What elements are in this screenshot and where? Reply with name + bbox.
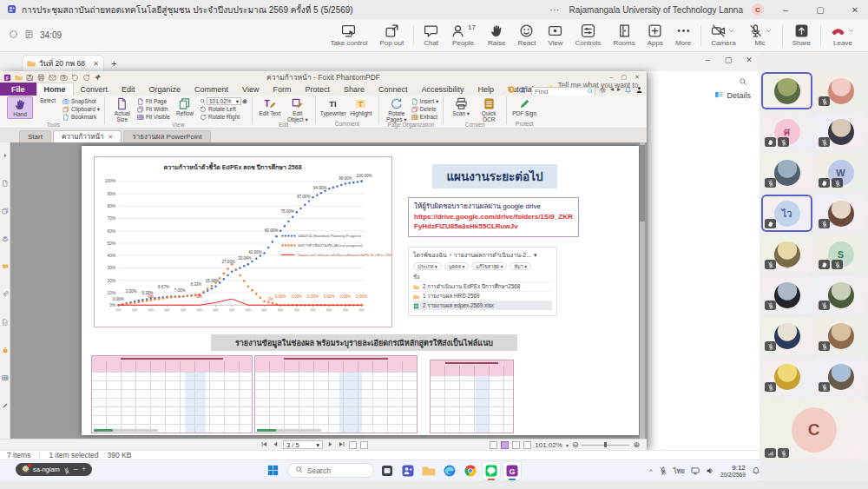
take-control-button[interactable]: Take control (324, 22, 373, 49)
previous-page-icon[interactable] (272, 440, 279, 450)
share-person-icon[interactable] (519, 82, 528, 97)
nav-clip[interactable] (2, 286, 9, 301)
document-tab[interactable]: รายงานผล PowerPoint (123, 130, 210, 142)
menu-tab-share[interactable]: Share (337, 83, 372, 96)
breadcrumb-root[interactable]: ไดรฟ์ของฉัน (413, 250, 447, 260)
controls-button[interactable]: Controls (569, 22, 608, 49)
react-button[interactable]: React (511, 22, 542, 49)
nav-grid[interactable] (2, 369, 9, 385)
participant-tile[interactable] (815, 317, 866, 354)
ribbon-fit-width[interactable]: Fit Width (137, 105, 170, 113)
raise-button[interactable]: Raise (482, 22, 511, 49)
ribbon-select[interactable]: Select (35, 96, 61, 104)
participant-tile[interactable]: S (815, 235, 866, 273)
participant-tile[interactable] (815, 72, 866, 109)
participant-tile[interactable]: W (815, 154, 866, 191)
language-indicator[interactable]: ไทย (674, 466, 685, 476)
menu-tab-form[interactable]: Form (266, 83, 298, 96)
drive-filter-chip[interactable]: บุคคล ▾ (444, 262, 470, 270)
mic-button[interactable]: Mic (742, 22, 779, 49)
drive-file-row[interactable]: 1 รายงานผล HRD 2569 (413, 291, 552, 301)
taskbar-foxit-icon[interactable]: G (503, 462, 521, 479)
menu-tab-convert[interactable]: Convert (74, 83, 115, 96)
bell-icon[interactable] (624, 82, 632, 97)
drive-file-row[interactable]: 2 การดำเนินงาน EdPEx ปีการศึกษา2568 (413, 281, 552, 291)
participant-tile[interactable] (761, 154, 812, 191)
document-tab[interactable]: Start (19, 130, 51, 142)
nav-page[interactable] (2, 175, 9, 190)
participant-tile[interactable] (761, 358, 812, 395)
participant-tile[interactable]: C (761, 399, 866, 461)
clock[interactable]: 9:12 20/2/2569 (720, 464, 746, 479)
ribbon-actual-size[interactable]: Actual Size (109, 96, 135, 123)
expand-pill-icon[interactable]: + (82, 466, 86, 473)
participant-tile[interactable] (815, 113, 866, 150)
view-button[interactable]: View (542, 22, 569, 49)
ribbon-edit-object[interactable]: Edit Object ▾ (285, 96, 311, 123)
menu-tab-home[interactable]: Home (36, 83, 74, 96)
taskbar-search[interactable]: Search (287, 463, 374, 478)
menu-tab-file[interactable]: File (0, 83, 36, 96)
tray-expand-icon[interactable]: ^ (649, 467, 653, 475)
ribbon-edit-text[interactable]: TEdit Text (257, 96, 283, 117)
ribbon-rotate-pages[interactable]: Rotate Pages ▾ (384, 96, 410, 123)
foxit-close-button[interactable]: ✕ (635, 74, 640, 81)
view-mode-4-icon[interactable] (523, 441, 531, 449)
participant-tile[interactable] (815, 195, 866, 232)
volume-icon[interactable] (706, 463, 714, 479)
zoom-in-icon[interactable]: ⊕ (633, 440, 640, 449)
ribbon-reflow[interactable]: Reflow (172, 96, 198, 117)
ribbon-delete[interactable]: Delete (411, 105, 438, 113)
display-icon[interactable] (691, 463, 700, 479)
tab-close-icon[interactable]: ✕ (93, 60, 99, 68)
menu-tab-accessibility[interactable]: Accessibility (415, 83, 471, 96)
participant-tile[interactable] (815, 358, 866, 395)
ribbon-hand[interactable]: Hand (7, 96, 33, 119)
new-tab-button[interactable]: + (111, 58, 116, 69)
ribbon-quick-ocr[interactable]: Quick OCR (476, 96, 502, 123)
share-button[interactable]: Share (786, 22, 817, 49)
zoom-slider[interactable] (582, 445, 629, 446)
explorer-maximize-button[interactable]: ▢ (718, 52, 739, 68)
view-mode-2-icon[interactable] (501, 441, 509, 449)
ribbon-snapshot[interactable]: SnapShot (62, 97, 100, 105)
taskbar-file-explorer-icon[interactable] (420, 462, 437, 479)
ribbon-bookmark[interactable]: Bookmark (62, 113, 100, 121)
single-page-icon[interactable] (349, 441, 357, 449)
participant-tile[interactable]: ศ (761, 113, 812, 150)
maximize-button[interactable]: ▢ (807, 0, 833, 19)
people-button[interactable]: 17People (444, 22, 482, 49)
participant-tile[interactable] (761, 276, 812, 314)
nav-layers[interactable] (2, 230, 9, 246)
chat-button[interactable]: Chat (418, 22, 444, 49)
explorer-close-button[interactable]: ✕ (739, 52, 760, 68)
taskbar-teams-icon[interactable] (399, 462, 417, 479)
menu-tab-edit[interactable]: Edit (115, 83, 142, 96)
details-toggle[interactable]: Details (714, 90, 751, 101)
minimize-pill-icon[interactable]: – (74, 466, 78, 473)
menu-tab-help[interactable]: Help (471, 83, 502, 96)
nav-cert[interactable] (2, 314, 9, 329)
nav-copy[interactable] (2, 202, 9, 218)
drive-filter-chip[interactable]: ที่มา ▾ (510, 262, 531, 270)
taskbar-line-icon[interactable] (483, 462, 500, 479)
continuous-page-icon[interactable] (360, 441, 368, 449)
avatar[interactable]: C (752, 3, 764, 16)
mic-off-icon[interactable] (63, 462, 70, 478)
last-page-icon[interactable] (338, 440, 345, 450)
pop-out-button[interactable]: Pop out (374, 22, 411, 49)
ribbon-clipboard[interactable]: Clipboard ▾ (62, 105, 100, 113)
ribbon-typewriter[interactable]: TITypewriter (320, 96, 346, 117)
view-mode-3-icon[interactable] (512, 441, 520, 449)
notes-icon[interactable] (24, 30, 34, 41)
menu-tab-comment[interactable]: Comment (187, 83, 235, 96)
nav-chatic[interactable] (2, 258, 9, 274)
taskbar-chrome-icon[interactable] (462, 462, 479, 479)
search-icon[interactable] (739, 74, 747, 89)
ribbon-fit-page[interactable]: Fit Page (137, 97, 170, 105)
drive-link[interactable]: https://drive.google.com/drive/folders/1… (414, 212, 573, 231)
account-icon[interactable] (635, 82, 643, 97)
ribbon-pdf-sign[interactable]: PDF Sign (511, 96, 537, 117)
nav-pen[interactable] (2, 397, 9, 413)
menu-tab-view[interactable]: View (235, 83, 266, 96)
